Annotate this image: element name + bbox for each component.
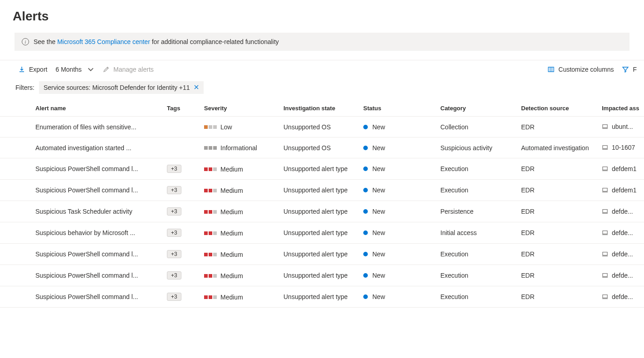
- table-row[interactable]: Suspicious PowerShell command l...+3Medi…: [0, 158, 644, 180]
- investigation-state: Unsupported alert type: [283, 229, 363, 236]
- alert-name-link[interactable]: Suspicious behavior by Microsoft ...: [35, 229, 135, 236]
- tag-badge[interactable]: +3: [167, 250, 181, 258]
- impacted-asset[interactable]: defde...: [602, 293, 633, 300]
- status-dot-icon: [363, 230, 368, 235]
- manage-label: Manage alerts: [113, 66, 154, 73]
- impacted-asset[interactable]: ubunt...: [602, 123, 633, 130]
- col-header-investigation[interactable]: Investigation state: [283, 105, 363, 112]
- status-label: New: [372, 208, 385, 215]
- tag-badge[interactable]: +3: [167, 271, 181, 280]
- svg-rect-1: [603, 125, 607, 128]
- col-header-impacted[interactable]: Impacted ass: [602, 105, 644, 112]
- category-label: Suspicious activity: [440, 144, 521, 152]
- status-label: New: [372, 229, 385, 236]
- impacted-asset[interactable]: defdem1: [602, 186, 636, 194]
- severity-label: Medium: [220, 208, 243, 216]
- alert-name-link[interactable]: Suspicious PowerShell command l...: [35, 165, 138, 172]
- category-label: Collection: [440, 123, 521, 131]
- export-button[interactable]: Export: [18, 66, 47, 73]
- investigation-state: Unsupported alert type: [283, 272, 363, 279]
- filter-label: F: [633, 66, 637, 73]
- table-row[interactable]: Suspicious PowerShell command l...+3Medi…: [0, 286, 644, 308]
- status-dot-icon: [363, 146, 368, 150]
- svg-rect-8: [603, 273, 607, 276]
- tag-badge[interactable]: +3: [167, 207, 181, 216]
- col-header-detection[interactable]: Detection source: [521, 105, 602, 112]
- investigation-state: Unsupported alert type: [283, 293, 363, 300]
- filter-button[interactable]: F: [622, 66, 637, 73]
- device-icon: [602, 294, 608, 299]
- tag-badge[interactable]: +3: [167, 165, 181, 173]
- detection-source-label: EDR: [521, 165, 602, 172]
- tag-badge[interactable]: +3: [167, 186, 181, 194]
- device-icon: [602, 209, 608, 214]
- impacted-asset[interactable]: defde...: [602, 229, 633, 236]
- columns-icon: [547, 66, 555, 73]
- col-header-category[interactable]: Category: [440, 105, 521, 112]
- manage-alerts-button[interactable]: Manage alerts: [102, 66, 154, 73]
- svg-rect-0: [548, 67, 554, 72]
- alert-name-link[interactable]: Enumeration of files with sensitive...: [35, 123, 137, 131]
- impacted-asset[interactable]: defde...: [602, 250, 633, 258]
- impacted-asset[interactable]: 10-1607: [602, 144, 635, 151]
- device-icon: [602, 166, 608, 172]
- table-row[interactable]: Enumeration of files with sensitive...Lo…: [0, 117, 644, 137]
- severity-label: Medium: [220, 294, 243, 301]
- table-row[interactable]: Suspicious behavior by Microsoft ...+3Me…: [0, 222, 644, 244]
- filters-row: Filters: Service sources: Microsoft Defe…: [0, 78, 644, 100]
- filter-chip-remove[interactable]: [194, 84, 199, 91]
- alert-name-link[interactable]: Automated investigation started ...: [35, 144, 132, 152]
- info-prefix: See the: [34, 38, 57, 45]
- svg-rect-3: [603, 167, 607, 170]
- range-label: 6 Months: [55, 66, 82, 73]
- alerts-table: Alert name Tags Severity Investigation s…: [0, 100, 644, 308]
- asset-name: defde...: [612, 250, 633, 258]
- status-dot-icon: [363, 294, 368, 299]
- table-row[interactable]: Suspicious PowerShell command l...+3Medi…: [0, 180, 644, 201]
- asset-name: defde...: [612, 293, 633, 300]
- severity-label: Medium: [220, 230, 243, 237]
- category-label: Execution: [440, 250, 521, 258]
- severity-bars-icon: [204, 125, 217, 129]
- severity-label: Informational: [220, 144, 257, 152]
- col-header-name[interactable]: Alert name: [35, 105, 167, 112]
- filters-label: Filters:: [15, 84, 34, 91]
- alert-name-link[interactable]: Suspicious PowerShell command l...: [35, 272, 138, 279]
- compliance-center-link[interactable]: Microsoft 365 Compliance center: [57, 38, 150, 45]
- investigation-state: Unsupported OS: [283, 123, 363, 131]
- status-dot-icon: [363, 188, 368, 192]
- asset-name: defde...: [612, 208, 633, 215]
- table-row[interactable]: Suspicious PowerShell command l...+3Medi…: [0, 265, 644, 286]
- investigation-state: Unsupported OS: [283, 144, 363, 152]
- impacted-asset[interactable]: defdem1: [602, 165, 636, 172]
- table-row[interactable]: Suspicious Task Scheduler activity+3Medi…: [0, 201, 644, 222]
- detection-source-label: EDR: [521, 229, 602, 236]
- col-header-severity[interactable]: Severity: [204, 105, 283, 112]
- impacted-asset[interactable]: defde...: [602, 272, 633, 279]
- info-icon: i: [22, 38, 29, 45]
- alert-name-link[interactable]: Suspicious Task Scheduler activity: [35, 208, 132, 215]
- col-header-tags[interactable]: Tags: [167, 105, 204, 112]
- edit-icon: [102, 66, 110, 73]
- category-label: Execution: [440, 186, 521, 194]
- impacted-asset[interactable]: defde...: [602, 208, 633, 215]
- col-header-status[interactable]: Status: [363, 105, 440, 112]
- severity-bars-icon: [204, 210, 217, 214]
- filter-chip-service-sources[interactable]: Service sources: Microsoft Defender for …: [39, 81, 204, 94]
- alert-name-link[interactable]: Suspicious PowerShell command l...: [35, 250, 138, 258]
- alert-name-link[interactable]: Suspicious PowerShell command l...: [35, 186, 138, 194]
- status-dot-icon: [363, 252, 368, 256]
- severity-label: Medium: [220, 187, 243, 194]
- table-row[interactable]: Automated investigation started ...Infor…: [0, 137, 644, 158]
- customize-label: Customize columns: [558, 66, 614, 73]
- asset-name: ubunt...: [612, 123, 633, 130]
- status-label: New: [372, 123, 385, 131]
- range-dropdown[interactable]: 6 Months: [55, 66, 94, 73]
- customize-columns-button[interactable]: Customize columns: [547, 66, 614, 73]
- category-label: Initial access: [440, 229, 521, 236]
- table-row[interactable]: Suspicious PowerShell command l...+3Medi…: [0, 244, 644, 265]
- tag-badge[interactable]: +3: [167, 229, 181, 237]
- alert-name-link[interactable]: Suspicious PowerShell command l...: [35, 293, 138, 300]
- tag-badge[interactable]: +3: [167, 293, 181, 301]
- info-banner: i See the Microsoft 365 Compliance cente…: [15, 33, 629, 51]
